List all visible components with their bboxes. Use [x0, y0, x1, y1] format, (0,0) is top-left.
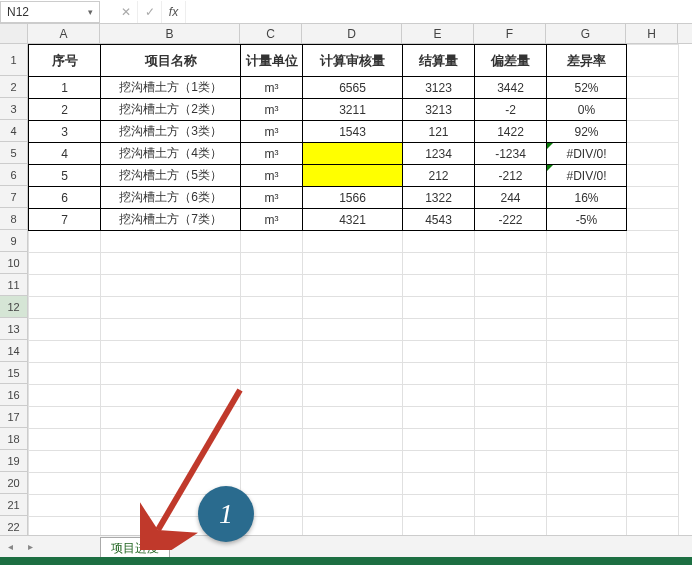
row-header[interactable]: 7	[0, 186, 27, 208]
cell[interactable]: 1322	[403, 187, 475, 209]
cell[interactable]: m³	[241, 209, 303, 231]
cell[interactable]: 挖沟槽土方（7类）	[101, 209, 241, 231]
cell[interactable]: -222	[475, 209, 547, 231]
cell[interactable]	[627, 165, 679, 187]
cell[interactable]: 121	[403, 121, 475, 143]
cell[interactable]	[627, 231, 679, 253]
cell[interactable]: 挖沟槽土方（2类）	[101, 99, 241, 121]
cell[interactable]: 1234	[403, 143, 475, 165]
cell[interactable]: 7	[29, 209, 101, 231]
cell[interactable]	[403, 319, 475, 341]
cell[interactable]: #DIV/0!	[547, 143, 627, 165]
cell[interactable]: 3	[29, 121, 101, 143]
cell[interactable]	[475, 451, 547, 473]
cell[interactable]	[101, 473, 241, 495]
row-header[interactable]: 10	[0, 252, 27, 274]
cell[interactable]: 3442	[475, 77, 547, 99]
cell[interactable]	[101, 495, 241, 517]
cell[interactable]	[241, 341, 303, 363]
cell[interactable]: m³	[241, 121, 303, 143]
cell[interactable]	[29, 319, 101, 341]
row-header[interactable]: 19	[0, 450, 27, 472]
cell[interactable]	[241, 407, 303, 429]
cell[interactable]	[241, 275, 303, 297]
cell[interactable]: 挖沟槽土方（6类）	[101, 187, 241, 209]
cell[interactable]	[303, 495, 403, 517]
col-header-B[interactable]: B	[100, 24, 240, 43]
cell[interactable]: 1543	[303, 121, 403, 143]
cell[interactable]: 挖沟槽土方（3类）	[101, 121, 241, 143]
cell[interactable]	[627, 363, 679, 385]
col-header-A[interactable]: A	[28, 24, 100, 43]
col-header-G[interactable]: G	[546, 24, 626, 43]
row-header[interactable]: 9	[0, 230, 27, 252]
cell[interactable]: -5%	[547, 209, 627, 231]
cell[interactable]: #DIV/0!	[547, 165, 627, 187]
cell[interactable]	[627, 319, 679, 341]
cell[interactable]	[475, 473, 547, 495]
cell[interactable]	[29, 341, 101, 363]
cell[interactable]: 1	[29, 77, 101, 99]
cell[interactable]	[303, 341, 403, 363]
cell[interactable]	[547, 385, 627, 407]
cell[interactable]	[101, 407, 241, 429]
cell[interactable]	[303, 363, 403, 385]
cell[interactable]: 6565	[303, 77, 403, 99]
row-header[interactable]: 17	[0, 406, 27, 428]
cell[interactable]	[29, 429, 101, 451]
cell[interactable]	[241, 451, 303, 473]
cell[interactable]: 3211	[303, 99, 403, 121]
cell[interactable]	[403, 451, 475, 473]
cell[interactable]	[547, 451, 627, 473]
cell[interactable]	[303, 143, 403, 165]
cell[interactable]: 52%	[547, 77, 627, 99]
cell[interactable]	[241, 319, 303, 341]
cell[interactable]	[29, 275, 101, 297]
table-header-cell[interactable]: 结算量	[403, 45, 475, 77]
cell[interactable]	[475, 429, 547, 451]
cell[interactable]	[241, 253, 303, 275]
cell[interactable]	[403, 275, 475, 297]
row-header[interactable]: 18	[0, 428, 27, 450]
cell[interactable]	[547, 253, 627, 275]
cell[interactable]	[303, 473, 403, 495]
cell[interactable]: 1422	[475, 121, 547, 143]
cell[interactable]	[627, 495, 679, 517]
cell[interactable]	[29, 385, 101, 407]
cell[interactable]	[241, 385, 303, 407]
cell[interactable]	[475, 231, 547, 253]
cell[interactable]	[547, 473, 627, 495]
cell[interactable]	[547, 275, 627, 297]
row-header[interactable]: 1	[0, 44, 27, 76]
cell[interactable]: 挖沟槽土方（1类）	[101, 77, 241, 99]
tab-nav-prev-icon[interactable]: ◂	[0, 541, 20, 552]
cell[interactable]: 212	[403, 165, 475, 187]
cell[interactable]	[547, 363, 627, 385]
col-header-E[interactable]: E	[402, 24, 474, 43]
cell[interactable]: 4321	[303, 209, 403, 231]
cell[interactable]: m³	[241, 77, 303, 99]
cell[interactable]: m³	[241, 143, 303, 165]
cell[interactable]	[241, 429, 303, 451]
table-header-cell[interactable]: 差异率	[547, 45, 627, 77]
cell[interactable]	[101, 253, 241, 275]
cell[interactable]: 6	[29, 187, 101, 209]
row-header[interactable]: 2	[0, 76, 27, 98]
chevron-down-icon[interactable]: ▾	[88, 7, 93, 17]
accept-icon[interactable]: ✓	[138, 1, 162, 23]
cell[interactable]	[403, 341, 475, 363]
cells-area[interactable]: 序号项目名称计量单位计算审核量结算量偏差量差异率1挖沟槽土方（1类）m³6565…	[28, 44, 692, 542]
cell[interactable]	[547, 429, 627, 451]
cell[interactable]: 0%	[547, 99, 627, 121]
cell[interactable]: 4543	[403, 209, 475, 231]
row-header[interactable]: 8	[0, 208, 27, 230]
cell[interactable]	[101, 341, 241, 363]
cell[interactable]	[303, 319, 403, 341]
cell[interactable]	[627, 429, 679, 451]
cell[interactable]	[241, 473, 303, 495]
cell[interactable]	[627, 473, 679, 495]
row-header[interactable]: 6	[0, 164, 27, 186]
cell[interactable]	[303, 451, 403, 473]
cell[interactable]	[303, 297, 403, 319]
cell[interactable]: 3123	[403, 77, 475, 99]
